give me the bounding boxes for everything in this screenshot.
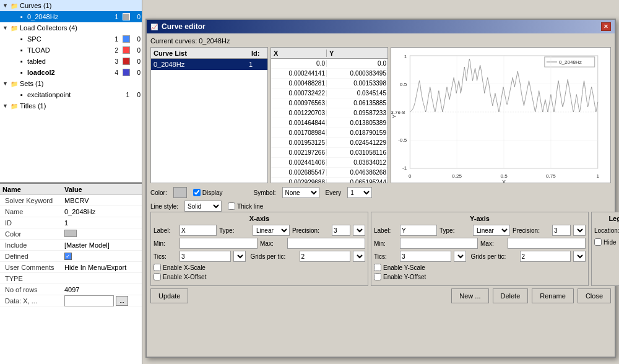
line-style-label: Line style: [150, 203, 178, 210]
x-label-input[interactable] [180, 225, 217, 236]
x-grids-input[interactable] [300, 251, 351, 262]
prop-data-input[interactable] [64, 295, 114, 306]
legends-panel: Legends Location: NE Hide [591, 212, 619, 286]
y-enable-offset-label[interactable]: Enable Y-Offset [374, 273, 426, 280]
y-max-input[interactable] [508, 238, 586, 249]
folder-icon: 📁 [10, 79, 19, 88]
x-type-label: Type: [219, 227, 250, 234]
curve-list-item-id: 1 [249, 61, 267, 68]
y-label-input[interactable] [400, 225, 437, 236]
tree-item[interactable]: ▼📁Titles (1) [0, 100, 142, 111]
y-enable-scale-checkbox[interactable] [374, 264, 381, 271]
data-table-cell-y: 0.03834012 [327, 159, 387, 166]
prop-value: ... [62, 295, 142, 306]
leaf-icon: ▪ [17, 35, 26, 43]
y-tics-label: Tics: [374, 253, 397, 260]
prop-name: No of rows [0, 286, 62, 293]
symbol-select[interactable]: None [282, 187, 319, 198]
tree-item-color [123, 69, 130, 76]
tree-item[interactable]: ▪loadcol240 [0, 67, 142, 78]
x-tics-input[interactable] [180, 251, 231, 262]
tree-item-color [123, 13, 130, 20]
svg-text:1: 1 [597, 173, 600, 179]
y-type-label: Type: [439, 227, 470, 234]
x-enable-offset-checkbox[interactable] [154, 273, 161, 280]
y-enable-scale-label[interactable]: Enable Y-Scale [374, 264, 425, 271]
rename-button[interactable]: Rename [532, 288, 574, 303]
dialog-titlebar: 📈 Curve editor ✕ [147, 20, 615, 33]
chart-svg: 0_2048Hz 1 0.5 3.7e-8 -0.5 -1 0 0.25 0.5… [391, 48, 610, 183]
every-select[interactable]: 1 [347, 187, 372, 198]
svg-text:-0.5: -0.5 [398, 137, 407, 143]
y-precision-select[interactable]: ▼ [573, 225, 586, 236]
dialog-close-button[interactable]: ✕ [601, 22, 611, 31]
hide-label[interactable]: Hide [594, 238, 617, 246]
data-table-row: 0.002197266 0.031058116 [271, 148, 387, 158]
tree-item[interactable]: ▪tabled30 [0, 56, 142, 67]
x-grids-select[interactable]: ▼ [353, 251, 365, 262]
prop-checkbox[interactable]: ✓ [64, 253, 72, 260]
y-grids-select[interactable]: ▼ [573, 251, 586, 262]
thick-line-label[interactable]: Thick line [228, 202, 263, 210]
y-tics-input[interactable] [400, 251, 451, 262]
close-button[interactable]: Close [578, 288, 611, 303]
x-tics-label: Tics: [154, 253, 177, 260]
tree-item-label: Curves (1) [20, 2, 142, 9]
properties-header: Name Value [0, 184, 142, 195]
x-max-input[interactable] [287, 238, 365, 249]
tree-item[interactable]: ▼📁Curves (1) [0, 0, 142, 11]
x-precision-select[interactable]: ▼ [353, 225, 365, 236]
tree-item[interactable]: ▪excitationpoint10 [0, 89, 142, 100]
x-type-select[interactable]: Linear [253, 225, 290, 236]
tree-item-label: Load Collectors (4) [20, 24, 142, 32]
hide-checkbox[interactable] [594, 238, 602, 246]
tree-item-label: 0_2048Hz [27, 13, 108, 20]
delete-button[interactable]: Delete [493, 288, 529, 303]
x-min-input[interactable] [180, 238, 258, 249]
display-checkbox[interactable] [193, 189, 201, 196]
display-checkbox-label[interactable]: Display [193, 189, 223, 196]
data-table-row: 0.0 0.0 [271, 59, 387, 69]
x-enable-scale-label[interactable]: Enable X-Scale [154, 264, 206, 271]
tree-item[interactable]: ▼📁Load Collectors (4) [0, 22, 142, 33]
tree-item[interactable]: ▪TLOAD20 [0, 45, 142, 56]
x-tics-select[interactable]: ▼ [233, 251, 246, 262]
y-min-input[interactable] [400, 238, 478, 249]
prop-value: 4097 [62, 286, 142, 293]
tree-item-zero: 0 [132, 69, 141, 76]
y-grids-input[interactable] [520, 251, 571, 262]
y-type-select[interactable]: Linear [473, 225, 510, 236]
prop-row: Name 0_2048Hz [0, 206, 142, 217]
prop-name: Data: X, ... [0, 297, 62, 305]
tree-item[interactable]: ▼📁Sets (1) [0, 78, 142, 89]
new-button[interactable]: New ... [451, 288, 488, 303]
location-label: Location: [594, 227, 618, 234]
leaf-icon: ▪ [17, 57, 26, 66]
color-display[interactable] [173, 187, 187, 198]
data-table-cell-y: 0.09587233 [327, 110, 387, 116]
update-button[interactable]: Update [150, 288, 188, 303]
svg-text:0.75: 0.75 [546, 173, 556, 179]
leaf-icon: ▪ [17, 46, 26, 54]
prop-row: Solver Keyword MBCRV [0, 195, 142, 206]
thick-line-checkbox[interactable] [228, 202, 235, 210]
prop-value: ✓ [62, 252, 142, 260]
y-tics-select[interactable]: ▼ [454, 251, 466, 262]
dialog-body: Current curves: 0_2048Hz Curve List Id: … [147, 33, 615, 357]
data-table-body: 0.0 0.0 0.000244141 0.000383495 0.000488… [271, 58, 388, 183]
x-precision-input[interactable] [332, 225, 350, 236]
x-enable-scale-checkbox[interactable] [154, 264, 161, 271]
left-panel: ▼📁Curves (1) ▪0_2048Hz10▼📁Load Collector… [0, 0, 142, 364]
tree-item[interactable]: ▪0_2048Hz10 [0, 11, 142, 22]
x-enable-offset-label[interactable]: Enable X-Offset [154, 273, 206, 280]
tree-expand-icon: ▼ [2, 25, 10, 31]
data-table-row: 0.000732422 0.0345145 [271, 89, 387, 98]
curve-list-item[interactable]: 0_2048Hz 1 [151, 59, 267, 70]
tree-item-color [123, 35, 130, 43]
tree-item[interactable]: ▪SPC10 [0, 33, 142, 45]
prop-data-btn[interactable]: ... [116, 296, 128, 306]
color-swatch[interactable] [64, 230, 77, 237]
y-enable-offset-checkbox[interactable] [374, 273, 381, 280]
line-style-select[interactable]: Solid [184, 201, 222, 212]
y-precision-input[interactable] [552, 225, 571, 236]
